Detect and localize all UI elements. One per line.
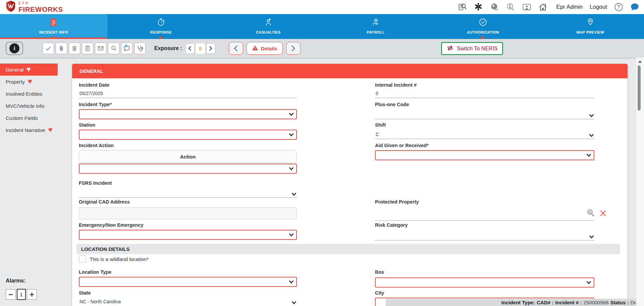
sidebar-item-incident-narrative[interactable]: Incident Narrative [0,124,58,136]
alarm-bell-icon[interactable] [490,3,499,12]
station-label: Station [79,122,297,128]
tab-response[interactable]: RESPONSE [107,14,215,39]
incident-action-label: Incident Action [79,143,297,148]
attachment-button[interactable] [56,43,67,54]
chevron-down-icon [289,280,293,283]
fsrs-incident-select[interactable] [79,188,297,198]
incident-date-input[interactable]: 05/27/2025 [79,89,297,98]
incident-type-label: Incident Type* [79,102,297,107]
tab-authorization[interactable]: AUTHORIZATION [429,14,537,39]
vertical-scrollbar[interactable] [636,58,644,306]
incident-status-bar: Incident Type: CAD# : Incident # : 25000… [386,299,644,306]
search-button[interactable] [108,43,119,54]
email-button[interactable] [95,43,106,54]
chat-icon[interactable] [630,3,639,12]
plus-one-code-select[interactable] [375,110,594,119]
incident-type-select[interactable] [79,109,297,119]
help-icon[interactable] [614,3,623,12]
monitor-person-icon[interactable] [522,3,531,12]
sidebar-item-label: General [6,67,23,73]
payroll-hand-icon [371,18,380,28]
tab-label: AUTHORIZATION [467,30,499,34]
status-status-label: Status : [610,300,629,305]
clear-property-x-icon[interactable] [600,210,606,218]
next-incident-button[interactable] [286,42,301,55]
tab-label: CASUALTIES [256,30,280,34]
action-button-label: Action [180,154,196,160]
tab-incident-info[interactable]: INCIDENT INFO [0,14,107,39]
logout-link[interactable]: Logout [590,4,607,10]
sidebar-item-label: MVC/Vehicle Info [6,103,44,109]
chevron-down-icon [292,193,296,196]
previous-incident-button[interactable] [229,42,243,55]
exposure-value: 0 [196,43,205,54]
comments-button[interactable]: 0 [121,43,132,54]
action-button[interactable]: Action [79,150,297,163]
sidebar-item-label: Incident Narrative [6,127,45,133]
report-search-icon[interactable] [458,3,467,12]
chevron-down-icon [589,235,594,238]
chevron-down-icon [587,154,591,157]
exposure-prev-button[interactable] [185,43,195,54]
state-select[interactable]: NC - North Carolina [79,298,297,306]
switch-to-neris-button[interactable]: Switch To NERIS [441,42,503,55]
clipboard-button[interactable] [82,43,93,54]
station-select[interactable] [79,130,297,140]
chevron-down-icon [289,113,293,116]
internal-incident-input[interactable]: 0 [375,89,594,98]
person-search-icon[interactable] [506,3,515,12]
sidebar-item-general[interactable]: General [0,63,58,76]
aid-given-received-select[interactable] [375,150,594,160]
sidebar-item-property[interactable]: Property [0,76,58,88]
details-button[interactable]: Details [247,42,283,55]
shift-value: C [376,132,379,137]
exposure-next-button[interactable] [206,43,215,54]
shift-select[interactable]: C [375,130,594,139]
scroll-up-arrow-icon[interactable] [638,60,642,63]
sidebar-item-label: Custom Fields [6,115,38,121]
box-label: Box [375,269,594,275]
warning-icon [252,45,258,52]
tab-map-preview[interactable]: MAP PREVIEW [537,14,644,39]
protected-property-input[interactable] [375,206,594,221]
wildland-location-label: This is a wildland location* [90,256,149,262]
risk-category-select[interactable] [375,231,594,241]
chevron-down-icon [289,133,293,136]
delete-button[interactable] [69,43,80,54]
info-button[interactable]: i [6,42,23,55]
box-select[interactable] [375,277,594,288]
user-name[interactable]: Epr Admin [556,4,583,10]
fsrs-incident-label: FSRS Incident [79,180,297,186]
logo-fireworks-text: FIREWORKS [18,6,63,13]
medical-stethoscope-button[interactable] [134,43,146,54]
check-circle-icon [479,18,487,28]
star-of-life-icon[interactable] [474,3,483,12]
property-search-icon[interactable] [586,209,594,218]
sidebar-item-custom-fields[interactable]: Custom Fields [0,112,58,124]
location-type-select[interactable] [79,277,297,287]
logo-epr-text: EPR [18,2,63,5]
top-header: EPR FIREWORKS Epr Admin Logout [0,0,644,14]
chevron-down-icon [589,114,594,117]
incident-date-label: Incident Date [79,82,297,88]
tab-payroll[interactable]: PAYROLL [322,14,429,39]
alarms-value[interactable]: 1 [17,289,26,300]
alarms-increase-button[interactable] [27,289,37,300]
sidebar-item-involved-entities[interactable]: Involved Entities [0,88,58,100]
emergency-select[interactable] [79,230,297,240]
home-icon[interactable] [538,3,547,12]
general-form-card: GENERAL Incident Date 05/27/2025 Interna… [72,64,628,306]
incident-date-value: 05/27/2025 [79,91,103,96]
state-label: State [79,290,297,296]
aid-given-received-label: Aid Given or Received* [375,143,594,148]
original-cad-address-input[interactable] [79,207,297,219]
alarms-label: Alarms: [6,278,37,284]
tab-casualties[interactable]: CASUALTIES [215,14,322,39]
sidebar-item-mvc-vehicle-info[interactable]: MVC/Vehicle Info [0,100,58,112]
incident-action-select[interactable] [79,164,297,174]
validate-check-button[interactable] [43,43,54,54]
alarms-decrease-button[interactable] [6,289,16,300]
flag-thumbs-down-icon [28,79,33,84]
wildland-location-checkbox[interactable] [79,255,86,263]
scrollbar-thumb[interactable] [638,65,641,111]
